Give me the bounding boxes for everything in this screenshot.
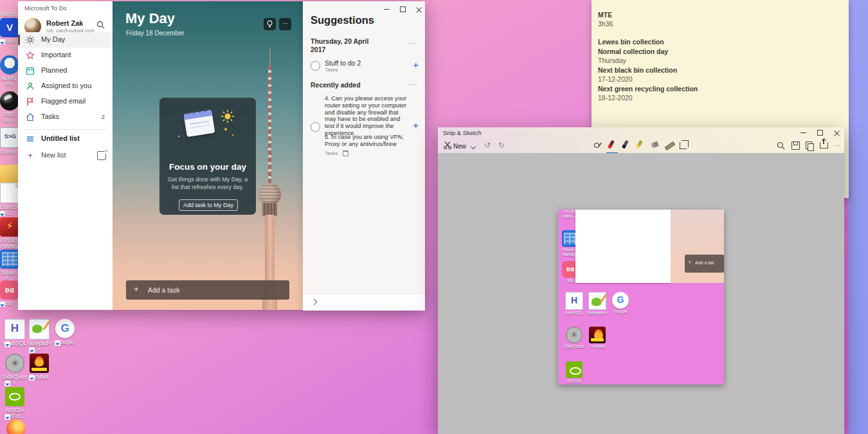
suggestion-task-row[interactable]: Stuff to do 2 Tasks + xyxy=(303,58,425,77)
new-dropdown-chevron-icon[interactable] xyxy=(471,144,476,149)
add-suggestion-button[interactable]: + xyxy=(413,120,419,131)
new-group-icon[interactable] xyxy=(97,151,106,160)
my-day-more-button[interactable]: ··· xyxy=(279,18,291,30)
sidebar-item-planned[interactable]: Planned xyxy=(18,63,113,78)
section-header-recent: Recently added xyxy=(311,81,361,89)
home-icon xyxy=(26,113,35,122)
snip-icon-sidequest: ✳ SideQuest xyxy=(563,327,585,348)
sidebar-item-flagged[interactable]: Flagged email xyxy=(18,94,113,109)
desktop-icon-vuze[interactable]: V Vuze xyxy=(0,18,18,44)
redo-icon[interactable]: ↻ xyxy=(498,141,505,150)
desktop-icon-google[interactable]: G Google xyxy=(53,319,77,345)
collapse-pane-chevron-icon[interactable] xyxy=(311,299,318,305)
heidisql-icon: H xyxy=(5,319,25,339)
calendar-icon xyxy=(26,66,35,75)
flag-icon xyxy=(26,97,35,106)
sidebar-item-important[interactable]: Important xyxy=(18,48,113,63)
note-body: Lewes bin collection Normal collection d… xyxy=(598,37,698,103)
touch-writing-tool[interactable] xyxy=(592,140,604,151)
desktop-icon-screentogif[interactable]: S>G Screen... xyxy=(0,127,18,161)
desktop-icon-bib[interactable]: ʚɞ bib xyxy=(0,280,18,307)
suggestion-task-row[interactable]: 4. Can you please access your router set… xyxy=(303,94,425,158)
snip-icon-heidisql: H HeidiSQL xyxy=(563,292,585,315)
tv-tower-antenna-tip xyxy=(269,48,271,67)
task-checkbox[interactable] xyxy=(311,61,320,71)
ruler-tool[interactable] xyxy=(663,140,674,151)
ballpoint-pen-tool[interactable] xyxy=(606,140,618,151)
desktop-icon-sidequest[interactable]: ✳ SideQuest xyxy=(3,354,27,386)
plus-icon: + xyxy=(26,151,35,160)
maximize-button[interactable] xyxy=(815,129,826,136)
sidebar-item-untitled-list[interactable]: Untitled list xyxy=(18,131,113,147)
tasks-count: 2 xyxy=(102,113,105,120)
sidebar-item-assigned[interactable]: Assigned to you xyxy=(18,78,113,94)
section-more-button[interactable]: ··· xyxy=(409,81,417,88)
document-icon xyxy=(0,183,18,203)
folder-icon xyxy=(0,165,18,184)
snip-icon-google: G Google xyxy=(610,292,631,314)
list-icon xyxy=(26,134,35,143)
snip-image[interactable]: CPUID HWM... Steam R Manag... ʚɞ bib + A… xyxy=(558,210,724,384)
steam-rom-manager-icon xyxy=(0,249,18,269)
desktop-icon-libreoffice-doc[interactable]: LibreOffi... xyxy=(0,183,18,216)
highlighter-tool[interactable] xyxy=(635,140,646,151)
suggestions-lightbulb-button[interactable] xyxy=(264,18,276,30)
maximize-button[interactable] xyxy=(397,5,409,13)
section-more-button[interactable]: ··· xyxy=(409,40,417,47)
add-task-to-my-day-button[interactable]: Add task to My Day xyxy=(179,199,238,211)
more-options-button[interactable]: ··· xyxy=(831,140,843,151)
sidebar-item-tasks[interactable]: Tasks 2 xyxy=(18,109,113,125)
snip-sketch-window: Snip & Sketch New ↺ ↻ xyxy=(438,127,844,434)
desktop-icon-furmark[interactable]: FurMark xyxy=(27,354,51,380)
desktop-icon-notepadpp[interactable]: Notepad++ xyxy=(27,319,51,352)
copy-icon[interactable] xyxy=(803,140,815,151)
desktop-icon-nvidia[interactable]: NVIDIA GeFor... xyxy=(3,387,27,419)
undo-icon[interactable]: ↺ xyxy=(484,141,491,150)
snip-icon-notepadpp: Notepad++ xyxy=(586,292,608,315)
save-icon[interactable] xyxy=(789,140,800,151)
desktop-icon-firefox[interactable] xyxy=(4,419,28,434)
star-icon xyxy=(26,51,35,60)
eraser-tool[interactable] xyxy=(649,140,660,151)
sun-illustration xyxy=(221,109,235,123)
person-icon xyxy=(26,82,35,91)
search-icon[interactable] xyxy=(96,21,105,29)
vuze-icon: V xyxy=(0,18,18,37)
todo-sidebar: Microsoft To Do Robert Zak rob_zak@outlo… xyxy=(18,1,113,310)
pencil-tool[interactable] xyxy=(620,140,632,151)
sidebar-divider xyxy=(24,129,106,130)
nordvpn-icon xyxy=(0,55,18,75)
google-icon: G xyxy=(55,319,75,338)
close-button[interactable] xyxy=(831,129,843,136)
crop-tool[interactable] xyxy=(677,140,689,151)
add-suggestion-button[interactable]: + xyxy=(413,59,419,70)
section-header-date: Thursday, 20 April 2017 xyxy=(311,37,368,54)
desktop-icon-nordvpn[interactable]: NordVPN xyxy=(0,55,18,87)
share-icon[interactable] xyxy=(817,140,829,151)
todo-main-panel: My Day Friday 18 December ··· Focus on y… xyxy=(113,1,303,310)
sparkle-icon xyxy=(224,127,228,131)
screentogif-icon: S>G xyxy=(0,127,18,148)
new-button[interactable]: New xyxy=(453,143,466,150)
focus-card: Focus on your day Get things done with M… xyxy=(159,98,256,215)
desktop-icon-heidisql[interactable]: H HeidiSQL xyxy=(3,319,27,347)
snip-canvas: CPUID HWM... Steam R Manag... ʚɞ bib + A… xyxy=(438,153,844,434)
focus-card-subtitle: Get things done with My Day, a list that… xyxy=(167,176,249,191)
my-day-title: My Day xyxy=(125,10,175,27)
add-a-task-bar[interactable]: + Add a task xyxy=(126,280,289,300)
firefox-icon xyxy=(6,419,26,434)
furmark-icon xyxy=(30,354,49,373)
minimize-button[interactable] xyxy=(798,129,809,136)
zoom-icon[interactable] xyxy=(775,140,786,151)
bib-icon: ʚɞ xyxy=(0,280,18,300)
sidebar-item-my-day[interactable]: My Day xyxy=(18,32,113,48)
task-checkbox[interactable] xyxy=(311,122,320,132)
tv-tower-antenna xyxy=(268,66,271,186)
desktop-icon-obs[interactable]: OBS Stu... xyxy=(0,91,18,123)
calendar-illustration xyxy=(183,110,215,137)
close-button[interactable] xyxy=(413,5,425,13)
new-snip-icon[interactable] xyxy=(442,140,453,151)
sidebar-new-list[interactable]: + New list xyxy=(18,148,113,163)
minimize-button[interactable] xyxy=(381,5,393,13)
obs-icon xyxy=(0,91,18,111)
